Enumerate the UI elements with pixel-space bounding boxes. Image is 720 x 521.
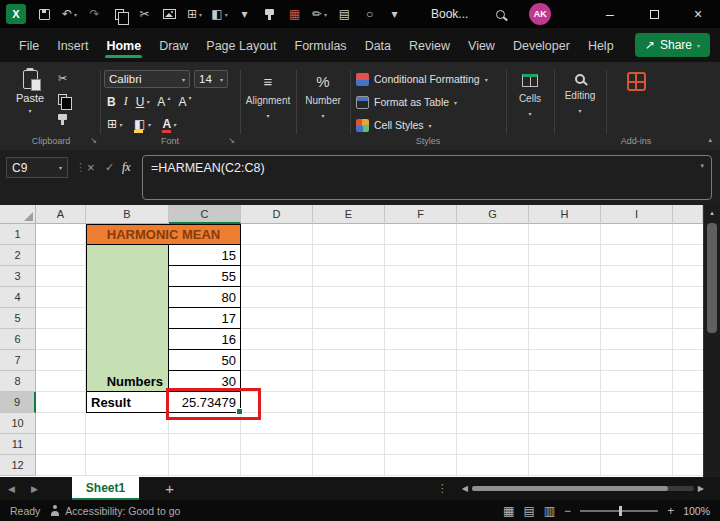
tab-page-layout[interactable]: Page Layout (197, 39, 285, 62)
close-button[interactable]: × (676, 0, 720, 28)
enter-icon[interactable]: ✓ (105, 161, 114, 174)
cell-numbers-B2-B8[interactable]: Numbers (86, 245, 169, 392)
editing-group-button[interactable]: Editing ▾ (558, 62, 602, 150)
scroll-up-icon[interactable]: ▴ (704, 209, 720, 217)
vertical-scrollbar[interactable]: ▴ (703, 205, 720, 477)
tab-insert[interactable]: Insert (48, 39, 97, 62)
editing-icon (575, 74, 585, 84)
share-button[interactable]: ↗ Share ▾ (635, 33, 710, 57)
formula-bar-expand-icon[interactable]: ▾ (700, 162, 704, 170)
maximize-button[interactable] (632, 0, 676, 28)
tab-draw[interactable]: Draw (150, 39, 197, 62)
minimize-button[interactable]: – (588, 0, 632, 28)
bold-button[interactable]: B (107, 95, 116, 109)
draw-pen-icon[interactable]: ✏▾ (307, 3, 332, 25)
copy-icon[interactable] (58, 94, 67, 105)
collapse-ribbon-icon[interactable]: ▴ (708, 136, 712, 144)
calendar-icon[interactable]: ▤ (332, 3, 357, 25)
redo-icon[interactable]: ↷ (82, 3, 107, 25)
vertical-scrollbar-thumb[interactable] (707, 223, 717, 333)
cell-title-B1[interactable]: HARMONIC MEAN (86, 224, 241, 245)
format-painter-icon[interactable] (257, 3, 282, 25)
cell-C3[interactable]: 55 (169, 266, 241, 287)
alignment-group-button[interactable]: ≡ Alignment ▾ (244, 62, 292, 150)
font-color-button[interactable]: A▾ (162, 117, 176, 131)
horizontal-scrollbar[interactable] (472, 486, 694, 491)
more-commands-icon[interactable]: ▾ (232, 3, 257, 25)
chevron-down-icon: ▾ (429, 122, 432, 129)
zoom-out-button[interactable]: − (564, 504, 571, 518)
paste-button[interactable]: Paste ▾ (10, 70, 50, 114)
excel-logo-icon[interactable]: X (6, 4, 26, 24)
tab-developer[interactable]: Developer (504, 39, 579, 62)
cell-styles-button[interactable]: Cell Styles ▾ (356, 114, 432, 136)
zoom-slider[interactable] (580, 510, 658, 512)
search-button[interactable] (496, 10, 505, 19)
cell-B9[interactable]: Result (86, 392, 169, 413)
sheet-tab-sheet1[interactable]: Sheet1 (72, 477, 139, 500)
new-sheet-button[interactable]: + (165, 480, 174, 497)
tab-file[interactable]: File (10, 39, 48, 62)
tab-home[interactable]: Home (97, 39, 150, 62)
hscroll-left-icon[interactable]: ◀ (458, 484, 472, 493)
tab-formulas[interactable]: Formulas (286, 39, 356, 62)
document-title[interactable]: Book... (431, 7, 468, 21)
cell-C4[interactable]: 80 (169, 287, 241, 308)
sheet-nav-right-icon[interactable]: ▶ (23, 484, 46, 494)
status-mode[interactable]: Ready (10, 505, 40, 517)
name-box[interactable]: C9 ▾ (6, 157, 68, 178)
page-break-view-icon[interactable]: ▥ (544, 504, 555, 518)
tab-help[interactable]: Help (579, 39, 623, 62)
sheet-options-icon[interactable]: ⋮ (437, 482, 448, 495)
dialog-launcher-icon[interactable]: ↘ (90, 136, 97, 145)
zoom-in-button[interactable]: + (667, 504, 674, 518)
zoom-slider-thumb[interactable] (619, 506, 622, 516)
copy-icon[interactable] (107, 3, 132, 25)
addins-button[interactable]: Add-ins (610, 62, 662, 150)
insert-function-icon[interactable]: fx (122, 160, 131, 175)
tab-review[interactable]: Review (400, 39, 459, 62)
cut-icon[interactable]: ✂ (58, 72, 67, 85)
font-size-select[interactable]: 14 ▾ (194, 70, 228, 88)
zoom-level[interactable]: 100% (683, 505, 710, 517)
record-macro-icon[interactable]: ○ (357, 3, 382, 25)
number-group-button[interactable]: % Number ▾ (300, 62, 346, 150)
borders-button[interactable]: ⊞▾ (107, 117, 122, 131)
account-avatar[interactable]: AK (529, 3, 551, 25)
dialog-launcher-icon[interactable]: ↘ (228, 136, 235, 145)
cell-C6[interactable]: 16 (169, 329, 241, 350)
cell-C2[interactable]: 15 (169, 245, 241, 266)
cancel-icon[interactable]: × (87, 160, 95, 175)
tab-view[interactable]: View (459, 39, 504, 62)
picture-icon[interactable] (157, 3, 182, 25)
sheet-nav-left-icon[interactable]: ◀ (0, 484, 23, 494)
hscroll-right-icon[interactable]: ▶ (694, 484, 708, 493)
paste-label: Paste (16, 92, 44, 104)
cells-group-button[interactable]: Cells ▾ (510, 62, 550, 150)
maximize-icon (650, 10, 659, 19)
formula-input[interactable]: =HARMEAN(C2:C8) ▾ (142, 155, 712, 200)
normal-view-icon[interactable]: ▦ (503, 504, 514, 518)
horizontal-scrollbar-thumb[interactable] (472, 486, 668, 491)
decrease-font-button[interactable]: A▾ (178, 95, 191, 109)
font-name-select[interactable]: Calibri ▾ (104, 70, 190, 88)
customize-toolbar-icon[interactable]: ▾ (382, 3, 407, 25)
borders-icon[interactable]: ⊞▾ (182, 3, 207, 25)
format-painter-icon[interactable] (58, 114, 67, 120)
cut-icon[interactable]: ✂ (132, 3, 157, 25)
page-layout-view-icon[interactable]: ▤ (523, 504, 534, 518)
conditional-formatting-button[interactable]: Conditional Formatting ▾ (356, 68, 488, 90)
tab-data[interactable]: Data (356, 39, 400, 62)
cell-C7[interactable]: 50 (169, 350, 241, 371)
undo-icon[interactable]: ↶▾ (57, 3, 82, 25)
underline-button[interactable]: U▾ (136, 95, 150, 109)
increase-font-button[interactable]: A▴ (157, 95, 170, 109)
table-icon[interactable]: ▦ (282, 3, 307, 25)
fill-color-icon[interactable]: ◧▾ (207, 3, 232, 25)
cell-C5[interactable]: 17 (169, 308, 241, 329)
fill-color-button[interactable]: ◧▾ (134, 117, 150, 131)
accessibility-status[interactable]: Accessibility: Good to go (50, 505, 180, 517)
save-icon[interactable] (32, 3, 57, 25)
italic-button[interactable]: I (124, 94, 128, 109)
format-as-table-button[interactable]: Format as Table ▾ (356, 91, 457, 113)
